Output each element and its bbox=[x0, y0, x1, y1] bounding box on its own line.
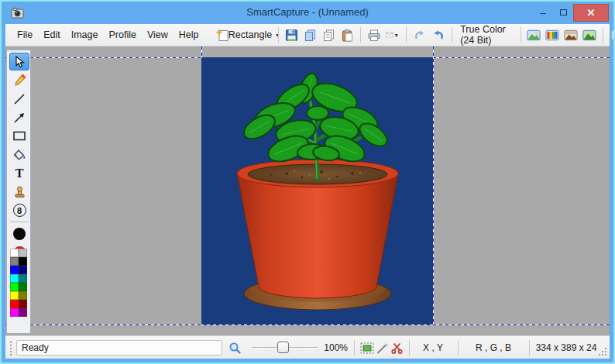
email-icon bbox=[386, 29, 393, 40]
image-canvas-button[interactable] bbox=[581, 26, 598, 43]
color-swatch[interactable] bbox=[10, 266, 19, 274]
menu-image[interactable]: Image bbox=[66, 26, 104, 43]
menu-edit[interactable]: Edit bbox=[38, 26, 66, 43]
print-button[interactable] bbox=[366, 26, 383, 43]
color-swatch[interactable] bbox=[19, 274, 27, 283]
color-swatch[interactable] bbox=[10, 300, 19, 308]
text-capture-button-disabled[interactable] bbox=[608, 26, 615, 43]
toolbar-separator bbox=[452, 27, 452, 43]
potted-plant-image bbox=[201, 57, 433, 325]
save-button[interactable] bbox=[283, 26, 300, 43]
statusbar-separator bbox=[529, 340, 530, 355]
color-swatch[interactable] bbox=[19, 291, 27, 300]
color-swatch[interactable] bbox=[10, 257, 19, 266]
toolbar: Rectangle ▾ bbox=[213, 24, 615, 46]
color-swatch[interactable] bbox=[19, 308, 27, 317]
foreground-color-tool[interactable] bbox=[9, 225, 29, 242]
guide-line-right bbox=[433, 46, 434, 325]
save-icon bbox=[285, 29, 298, 42]
color-swatch[interactable] bbox=[19, 257, 27, 266]
scissors-icon bbox=[390, 342, 404, 355]
guide-line-bottom bbox=[5, 325, 610, 325]
copy-icon bbox=[322, 29, 335, 42]
duplicate-button[interactable] bbox=[301, 26, 318, 43]
captured-image[interactable] bbox=[201, 57, 433, 325]
image-resize-icon bbox=[527, 29, 541, 41]
color-swatch[interactable] bbox=[10, 249, 19, 257]
maximize-button[interactable] bbox=[553, 4, 573, 21]
fill-tool[interactable] bbox=[9, 146, 29, 163]
rectangle-icon bbox=[12, 130, 26, 142]
image-colors-icon bbox=[545, 29, 559, 41]
copy-button[interactable] bbox=[320, 26, 337, 43]
image-canvas-icon bbox=[582, 29, 596, 41]
paste-icon bbox=[341, 29, 354, 42]
zoom-level: 100% bbox=[314, 336, 348, 359]
paste-button[interactable] bbox=[338, 26, 356, 43]
statusbar-separator bbox=[409, 340, 410, 355]
rectangle-tool[interactable] bbox=[9, 127, 29, 145]
menu-toolbar-row: File Edit Image Profile View Help Rectan… bbox=[5, 24, 610, 46]
color-swatch[interactable] bbox=[19, 300, 27, 308]
undo-button[interactable] bbox=[411, 26, 428, 43]
palette-separator bbox=[10, 221, 29, 222]
menu-view[interactable]: View bbox=[142, 26, 174, 43]
pointer-icon bbox=[14, 56, 25, 68]
close-button[interactable]: ✕ bbox=[573, 4, 609, 22]
resize-grip[interactable] bbox=[598, 347, 607, 356]
color-swatch[interactable] bbox=[19, 249, 27, 257]
counter-icon: 8 bbox=[13, 204, 26, 217]
statusbar-grip[interactable] bbox=[9, 340, 12, 355]
email-dropdown[interactable]: ▾ bbox=[384, 26, 401, 43]
text-tool-icon: T bbox=[15, 167, 24, 180]
print-icon bbox=[367, 29, 381, 42]
tool-palette: T 8 ✕ bbox=[6, 50, 31, 334]
line-icon bbox=[13, 93, 26, 105]
scissors-button[interactable] bbox=[390, 336, 404, 359]
text-tool[interactable]: T bbox=[9, 164, 29, 182]
cursor-xy-readout: X , Y bbox=[411, 336, 455, 359]
app-window: SmartCapture - (Unnamed) – ✕ File Edit I… bbox=[0, 0, 615, 364]
menu-help[interactable]: Help bbox=[174, 26, 204, 43]
image-brightness-button[interactable] bbox=[562, 26, 579, 43]
arrow-icon bbox=[13, 112, 26, 124]
pencil-tool[interactable] bbox=[9, 71, 29, 89]
color-swatch[interactable] bbox=[19, 283, 27, 291]
text-disabled-icon bbox=[610, 29, 615, 41]
menu-file[interactable]: File bbox=[12, 26, 38, 43]
color-swatch[interactable] bbox=[10, 283, 19, 291]
minimize-button[interactable]: – bbox=[533, 4, 553, 21]
pixel-rgb-readout: R , G , B bbox=[461, 336, 526, 359]
zoom-magnifier-icon bbox=[228, 336, 242, 359]
canvas-area[interactable]: T 8 ✕ bbox=[5, 46, 610, 335]
capture-mode-dropdown[interactable]: Rectangle ▾ bbox=[233, 26, 273, 43]
color-swatch[interactable] bbox=[10, 308, 19, 317]
menu-profile[interactable]: Profile bbox=[103, 26, 141, 43]
counter-tool[interactable]: 8 bbox=[9, 201, 29, 219]
color-swatch[interactable] bbox=[19, 266, 27, 274]
color-swatch[interactable] bbox=[10, 291, 19, 300]
image-resize-button[interactable] bbox=[525, 26, 542, 43]
image-dimensions: 334 x 389 x 24 bbox=[531, 336, 602, 359]
stamp-icon bbox=[13, 185, 26, 198]
color-swatch[interactable] bbox=[10, 274, 19, 283]
magic-wand-button[interactable] bbox=[376, 336, 389, 359]
stamp-tool[interactable] bbox=[9, 183, 29, 201]
color-swatch-grid bbox=[10, 249, 28, 317]
undo-icon bbox=[413, 29, 427, 41]
menu-bar: File Edit Image Profile View Help bbox=[10, 24, 208, 46]
line-tool[interactable] bbox=[9, 90, 29, 108]
statusbar-separator bbox=[458, 340, 459, 355]
arrow-tool[interactable] bbox=[9, 108, 29, 126]
zoom-slider-thumb[interactable] bbox=[277, 342, 289, 353]
selection-marquee-button[interactable] bbox=[360, 336, 374, 359]
window-title: SmartCapture - (Unnamed) bbox=[2, 6, 613, 18]
color-depth-dropdown[interactable]: True Color (24 Bit) bbox=[456, 26, 515, 43]
color-depth-label: True Color (24 Bit) bbox=[458, 24, 514, 46]
selection-marquee-icon bbox=[360, 342, 374, 354]
magic-wand-icon bbox=[376, 342, 389, 355]
status-message: Ready bbox=[16, 340, 222, 355]
pointer-tool[interactable] bbox=[9, 53, 29, 70]
redo-button[interactable] bbox=[430, 26, 447, 43]
image-colors-button[interactable] bbox=[544, 26, 561, 43]
